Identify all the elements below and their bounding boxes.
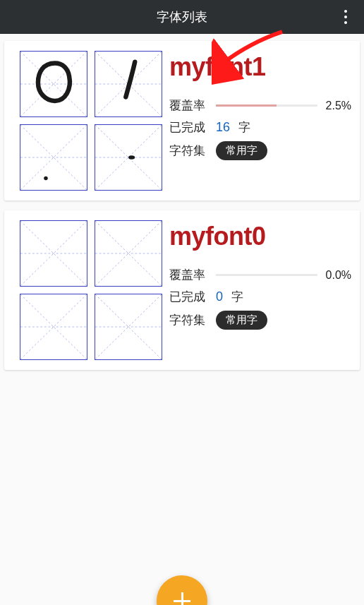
coverage-label: 覆盖率	[169, 97, 207, 114]
completed-row: 已完成 0 字	[169, 289, 351, 305]
overflow-menu-button[interactable]	[332, 0, 360, 34]
charset-label: 字符集	[169, 312, 207, 328]
coverage-percent: 2.5%	[326, 100, 351, 112]
font-name: myfont0	[169, 222, 351, 251]
charset-pill[interactable]: 常用字	[216, 141, 267, 160]
completed-row: 已完成 16 字	[169, 119, 351, 136]
glyph-cell	[95, 124, 162, 191]
completed-count: 0	[216, 289, 223, 304]
completed-unit: 字	[231, 289, 243, 305]
coverage-row: 覆盖率 0.0%	[169, 267, 351, 283]
font-name: myfont1	[169, 52, 351, 82]
charset-pill[interactable]: 常用字	[216, 311, 267, 330]
completed-label: 已完成	[169, 119, 207, 136]
app-bar: 字体列表	[0, 0, 364, 34]
glyph-cell	[95, 294, 162, 360]
coverage-percent: 0.0%	[326, 269, 351, 282]
coverage-progress	[216, 104, 317, 107]
glyph-cell	[95, 51, 162, 117]
svg-point-13	[128, 155, 135, 160]
glyph-preview-grid	[20, 51, 162, 191]
charset-label: 字符集	[169, 143, 207, 159]
glyph-cell	[20, 220, 87, 287]
add-font-fab[interactable]	[157, 575, 207, 605]
glyph-cell	[20, 294, 87, 360]
svg-point-9	[44, 176, 48, 181]
app-bar-title: 字体列表	[157, 8, 207, 25]
coverage-progress	[216, 274, 317, 276]
glyph-preview-grid	[20, 220, 162, 360]
font-info: myfont0 覆盖率 0.0% 已完成 0 字 字符集 常用字	[169, 220, 351, 360]
glyph-cell	[20, 51, 87, 117]
font-card[interactable]: myfont0 覆盖率 0.0% 已完成 0 字 字符集 常用字	[4, 210, 360, 370]
glyph-cell	[95, 220, 162, 287]
glyph-cell	[20, 124, 87, 191]
charset-row: 字符集 常用字	[169, 141, 351, 160]
coverage-progress-bar	[216, 104, 277, 107]
charset-row: 字符集 常用字	[169, 311, 351, 330]
more-vert-icon	[344, 16, 347, 18]
coverage-label: 覆盖率	[169, 267, 207, 283]
coverage-row: 覆盖率 2.5%	[169, 97, 351, 114]
completed-unit: 字	[238, 119, 250, 136]
completed-count: 16	[216, 120, 230, 135]
completed-label: 已完成	[169, 289, 207, 305]
font-card[interactable]: myfont1 覆盖率 2.5% 已完成 16 字 字符集 常用字	[4, 41, 360, 200]
font-info: myfont1 覆盖率 2.5% 已完成 16 字 字符集 常用字	[169, 51, 351, 191]
font-list: myfont1 覆盖率 2.5% 已完成 16 字 字符集 常用字	[0, 34, 364, 370]
